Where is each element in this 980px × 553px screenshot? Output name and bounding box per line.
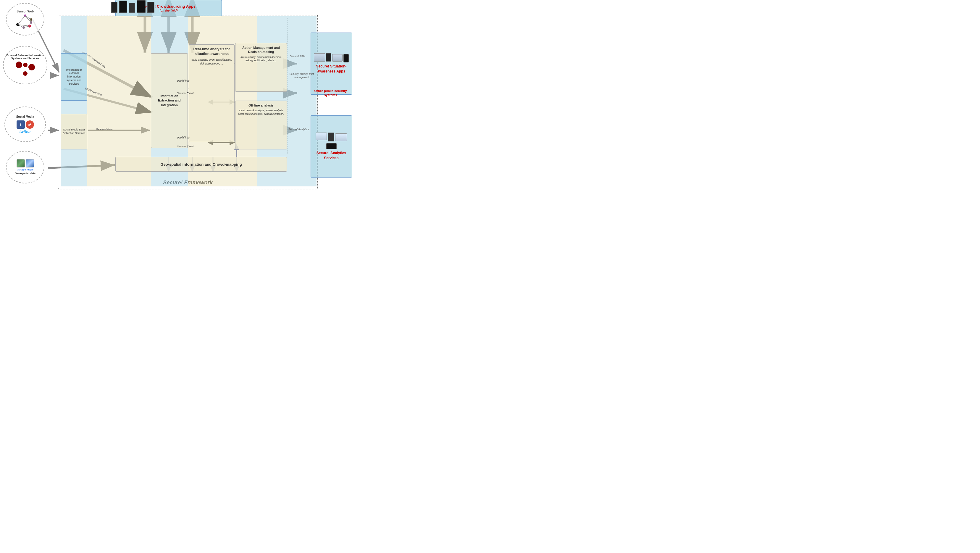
geospatial-box: Geo-spatial information and Crowd-mappin… bbox=[115, 157, 287, 172]
phone-icon-2 bbox=[119, 1, 127, 13]
twitter-logo: twitter bbox=[19, 129, 31, 134]
external-circles bbox=[13, 62, 37, 76]
tablet-icon-2 bbox=[332, 54, 342, 62]
red-circle-2 bbox=[23, 63, 27, 67]
analytics-screen-1 bbox=[316, 132, 327, 140]
situation-content: Secure! Situation-awareness Apps bbox=[312, 53, 350, 74]
crowdsourcing-subtitle: (on the field) bbox=[159, 9, 178, 12]
integration-text: Integration of external information syst… bbox=[62, 69, 86, 86]
realtime-detail: early warning, event classification, ris… bbox=[191, 58, 232, 65]
phone-icon-1 bbox=[111, 2, 118, 13]
geospatial-text: Geo-spatial information and Crowd-mappin… bbox=[160, 162, 242, 167]
situation-box: Secure! Situation-awareness Apps bbox=[310, 33, 352, 95]
social-logos: f g+ bbox=[17, 120, 34, 129]
sensor-graph bbox=[15, 14, 35, 29]
external-title: External Relevant Information Systems an… bbox=[3, 54, 47, 60]
svg-line-38 bbox=[18, 16, 25, 25]
action-box: Action Management and Decision-making mi… bbox=[235, 43, 287, 92]
blue-col-left bbox=[60, 16, 87, 186]
analytics-screen-2 bbox=[335, 134, 347, 141]
secure-apis-label: Secure! APIs bbox=[290, 55, 305, 58]
action-title: Action Management and Decision-making bbox=[238, 46, 284, 54]
phone-small-icon-2 bbox=[344, 54, 349, 62]
phone-icon-3 bbox=[129, 3, 135, 13]
analytics-box: Secure! Analytics Services bbox=[310, 115, 352, 177]
relevant-data-label: Relevant data bbox=[96, 128, 113, 131]
social-data-text: Social Media Data Collection Services bbox=[62, 128, 86, 135]
sensor-web-cloud: Sensor Web bbox=[6, 3, 45, 35]
offline-title: Off-line analysis bbox=[238, 103, 284, 107]
red-circle-3 bbox=[29, 64, 35, 70]
integration-box: Integration of external information syst… bbox=[60, 53, 87, 100]
action-detail: micro-tasking, autonomous decision-makin… bbox=[238, 56, 284, 63]
geo-title: Geo-spatial data bbox=[15, 172, 35, 175]
geo-cloud: Google Maps Geo-spatial data bbox=[6, 151, 45, 183]
secure-analytics-label: Secure! Analytics bbox=[288, 128, 309, 131]
phone-small-icon bbox=[326, 53, 331, 62]
realtime-title: Real-time analysis for situation awarene… bbox=[191, 47, 232, 56]
analytics-text: Secure! Analytics Services bbox=[312, 151, 350, 161]
useful-info-label-1: Useful info bbox=[177, 79, 189, 82]
other-systems-label: Other public security systems bbox=[308, 89, 353, 97]
info-extract-text: Information Extraction and Integration bbox=[153, 94, 186, 107]
external-cloud: External Relevant Information Systems an… bbox=[3, 46, 47, 84]
facebook-logo: f bbox=[17, 120, 25, 129]
realtime-box: Real-time analysis for situation awarene… bbox=[189, 45, 235, 142]
red-circle-1 bbox=[16, 62, 22, 68]
sensor-web-title: Sensor Web bbox=[17, 10, 34, 13]
situation-devices bbox=[314, 53, 349, 62]
social-cloud: Social Media f g+ twitter bbox=[5, 107, 46, 142]
phone-icon-5 bbox=[147, 2, 154, 13]
info-extract-box: Information Extraction and Integration bbox=[151, 53, 188, 148]
analytics-devices bbox=[312, 132, 350, 149]
analytics-tower bbox=[328, 132, 334, 142]
geo-maps-row bbox=[17, 159, 34, 167]
phone-icon-4 bbox=[137, 0, 146, 13]
main-container: Sensor Web bbox=[0, 0, 355, 201]
red-circle-4 bbox=[23, 71, 27, 76]
security-label: Security, privacy, trust management bbox=[288, 72, 315, 79]
phone-icons-area bbox=[111, 0, 154, 13]
situation-text: Secure! Situation-awareness Apps bbox=[312, 64, 350, 74]
tablet-icon bbox=[314, 53, 325, 62]
gplus-logo: g+ bbox=[26, 120, 34, 129]
secure-event-label-1: Secure! Event bbox=[177, 92, 194, 95]
left-clouds: Sensor Web bbox=[0, 0, 59, 201]
useful-info-label-2: Useful info bbox=[177, 136, 189, 139]
geo-map-1 bbox=[17, 159, 25, 167]
other-systems-area: Other public security systems bbox=[308, 89, 353, 97]
google-maps-text: Google Maps bbox=[17, 168, 34, 171]
analytics-laptop bbox=[326, 143, 337, 149]
secure-event-label-2: Secure! Event bbox=[177, 145, 194, 148]
social-title: Social Media bbox=[16, 115, 34, 118]
geo-map-2 bbox=[26, 159, 34, 167]
analytics-content: Secure! Analytics Services bbox=[312, 132, 350, 161]
offline-box: Off-line analysis social network analysi… bbox=[235, 100, 287, 150]
offline-detail: social network analysis, what-if analysi… bbox=[238, 109, 284, 120]
social-data-box: Social Media Data Collection Services bbox=[60, 114, 87, 150]
